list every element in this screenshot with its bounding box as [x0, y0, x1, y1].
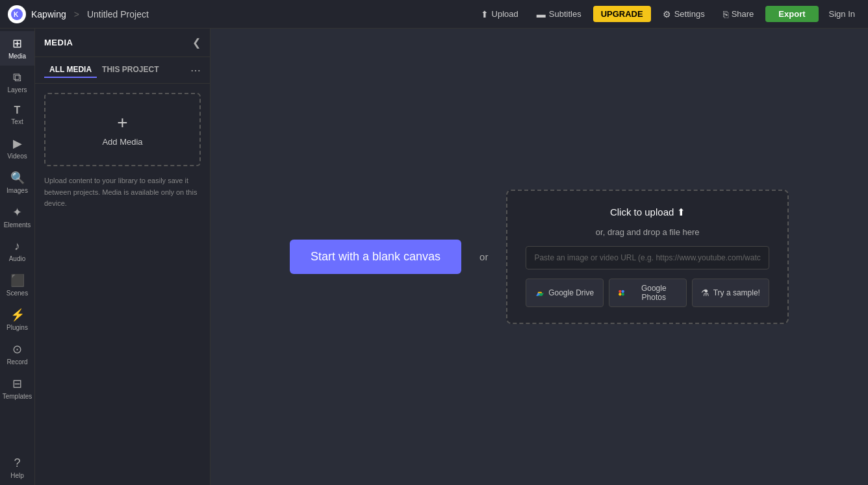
sidebar-item-help[interactable]: ? Help [0, 451, 34, 485]
plugins-label: Plugins [6, 324, 28, 332]
click-to-upload[interactable]: Click to upload ⬆ [526, 206, 769, 218]
subtitles-icon: ▬ [537, 9, 546, 19]
subtitles-button[interactable]: ▬ Subtitles [530, 6, 588, 23]
svg-point-4 [619, 293, 621, 295]
sidebar-item-elements[interactable]: ✦ Elements [0, 200, 34, 234]
url-input[interactable] [526, 246, 769, 269]
sidebar-item-audio[interactable]: ♪ Audio [0, 234, 34, 268]
click-to-upload-label: Click to upload [610, 206, 674, 218]
sidebar-item-scenes[interactable]: ⬛ Scenes [0, 268, 34, 303]
sidebar-item-text[interactable]: T Text [0, 99, 34, 131]
images-icon: 🔍 [10, 171, 25, 185]
blank-canvas-button[interactable]: Start with a blank canvas [290, 240, 461, 274]
brand-name: Kapwing [31, 9, 66, 19]
text-label: Text [11, 118, 23, 126]
scenes-label: Scenes [6, 290, 28, 297]
upgrade-button[interactable]: UPGRADE [593, 6, 651, 22]
elements-label: Elements [4, 221, 31, 229]
breadcrumb-separator: > [74, 9, 79, 19]
center-content: Start with a blank canvas or Click to up… [290, 190, 789, 324]
project-name: Untitled Project [87, 9, 149, 19]
panel-description: Upload content to your library to easily… [44, 175, 201, 210]
help-label: Help [10, 472, 24, 480]
scenes-icon: ⬛ [10, 273, 25, 288]
upload-button[interactable]: ⬆ Upload [474, 6, 525, 23]
templates-label: Templates [3, 393, 32, 401]
main-layout: ⊞ Media ⧉ Layers T Text ▶ Videos 🔍 Image… [0, 29, 868, 485]
text-icon: T [14, 105, 21, 116]
subtitles-label: Subtitles [549, 9, 581, 19]
canvas-area: Start with a blank canvas or Click to up… [211, 29, 868, 485]
add-media-box[interactable]: + Add Media [44, 93, 201, 166]
upload-buttons: Google Drive Google Photos ⚗ Try a [526, 279, 769, 307]
try-sample-label: Try a sample! [713, 288, 760, 297]
images-label: Images [6, 187, 28, 195]
sidebar-item-videos[interactable]: ▶ Videos [0, 131, 34, 166]
layers-label: Layers [7, 86, 27, 94]
svg-point-5 [622, 293, 624, 295]
help-icon: ? [14, 456, 20, 470]
panel-header: MEDIA ❮ [35, 29, 210, 57]
settings-button[interactable]: ⚙ Settings [656, 6, 711, 23]
google-photos-button[interactable]: Google Photos [609, 279, 687, 307]
share-label: Share [732, 9, 754, 19]
audio-icon: ♪ [14, 240, 20, 253]
sidebar-item-templates[interactable]: ⊟ Templates [0, 371, 34, 406]
plugins-icon: ⚡ [10, 308, 25, 322]
sidebar-item-images[interactable]: 🔍 Images [0, 166, 34, 200]
upload-icon: ⬆ [481, 9, 489, 19]
sample-icon: ⚗ [701, 288, 709, 298]
svg-point-3 [622, 290, 624, 293]
svg-text:K: K [14, 11, 19, 18]
upload-arrow-icon: ⬆ [677, 206, 685, 218]
svg-point-2 [619, 290, 621, 293]
upload-box: Click to upload ⬆ or, drag and drop a fi… [506, 190, 789, 324]
videos-label: Videos [7, 153, 27, 160]
google-drive-label: Google Drive [548, 288, 594, 297]
tab-all-media[interactable]: ALL MEDIA [44, 62, 97, 78]
google-drive-icon [535, 288, 544, 297]
add-media-label: Add Media [102, 137, 142, 147]
panel-collapse-button[interactable]: ❮ [192, 36, 201, 49]
export-button[interactable]: Export [765, 6, 818, 22]
icon-sidebar: ⊞ Media ⧉ Layers T Text ▶ Videos 🔍 Image… [0, 29, 35, 485]
sidebar-item-layers[interactable]: ⧉ Layers [0, 66, 34, 99]
media-icon: ⊞ [12, 36, 22, 51]
signin-button[interactable]: Sign In [824, 6, 860, 22]
google-drive-button[interactable]: Google Drive [526, 279, 604, 307]
media-label: Media [8, 53, 26, 60]
audio-label: Audio [9, 255, 26, 263]
share-icon: ⎘ [723, 9, 728, 19]
sidebar-item-media[interactable]: ⊞ Media [0, 31, 34, 66]
settings-icon: ⚙ [663, 9, 671, 19]
google-photos-icon [617, 288, 626, 297]
videos-icon: ▶ [13, 136, 22, 151]
upload-label: Upload [492, 9, 518, 19]
tab-this-project[interactable]: THIS PROJECT [97, 62, 164, 78]
panel-tab-more-button[interactable]: ⋯ [190, 62, 201, 78]
topbar: K Kapwing > Untitled Project ⬆ Upload ▬ … [0, 0, 868, 29]
settings-label: Settings [674, 9, 705, 19]
share-button[interactable]: ⎘ Share [717, 6, 761, 23]
panel-content: + Add Media Upload content to your libra… [35, 84, 210, 485]
try-sample-button[interactable]: ⚗ Try a sample! [692, 279, 770, 307]
record-label: Record [6, 358, 27, 366]
templates-icon: ⊟ [12, 377, 22, 391]
sidebar-item-plugins[interactable]: ⚡ Plugins [0, 303, 34, 337]
add-media-plus-icon: + [117, 112, 127, 133]
kapwing-logo: K [8, 5, 26, 23]
layers-icon: ⧉ [13, 71, 21, 84]
record-icon: ⊙ [12, 342, 22, 356]
sidebar-item-record[interactable]: ⊙ Record [0, 337, 34, 371]
panel-tabs: ALL MEDIA THIS PROJECT ⋯ [35, 57, 210, 84]
panel-sidebar: MEDIA ❮ ALL MEDIA THIS PROJECT ⋯ + Add M… [35, 29, 211, 485]
google-photos-label: Google Photos [630, 284, 678, 302]
drag-drop-text: or, drag and drop a file here [526, 227, 769, 237]
panel-title: MEDIA [44, 38, 73, 47]
elements-icon: ✦ [12, 205, 22, 219]
or-text: or [479, 251, 488, 262]
